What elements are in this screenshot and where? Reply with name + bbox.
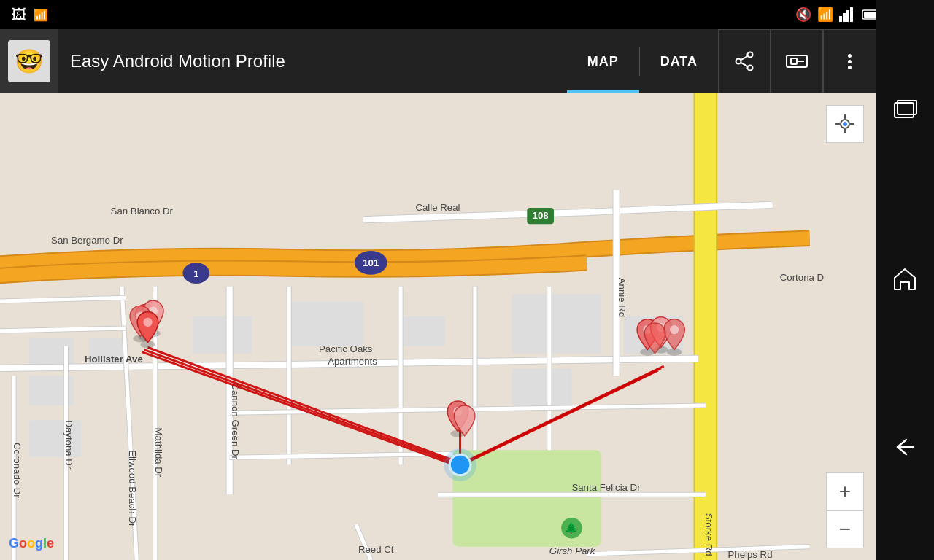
location-button[interactable] <box>826 105 864 143</box>
svg-point-10 <box>736 59 741 64</box>
google-logo: Google <box>9 536 54 551</box>
svg-point-71 <box>143 318 152 327</box>
map-container[interactable]: 101 1 108 San Blanco Dr San Bergamo Dr C… <box>0 93 876 560</box>
svg-point-9 <box>748 52 753 58</box>
app-title: Easy Android Motion Profile <box>58 51 567 71</box>
tab-data[interactable]: DATA <box>640 29 718 93</box>
svg-point-85 <box>843 122 847 126</box>
svg-line-13 <box>741 63 748 66</box>
svg-rect-2 <box>846 10 849 22</box>
app-actions <box>718 29 876 93</box>
signal-icon <box>839 7 857 22</box>
svg-text:Calle Real: Calle Real <box>415 202 460 213</box>
nav-bar <box>876 0 934 560</box>
status-bar-left: 🖼 📶 <box>12 7 48 23</box>
link-button[interactable] <box>771 29 823 93</box>
svg-rect-23 <box>193 316 252 354</box>
svg-text:Mathilda Dr: Mathilda Dr <box>153 428 164 478</box>
svg-text:Apartments: Apartments <box>328 356 377 367</box>
home-button[interactable] <box>892 266 918 295</box>
svg-point-63 <box>444 448 476 481</box>
recents-button[interactable] <box>892 100 918 125</box>
svg-text:San Blanco Dr: San Blanco Dr <box>111 206 174 217</box>
app: 🤓 Easy Android Motion Profile MAP DATA <box>0 29 876 560</box>
zoom-in-button[interactable]: + <box>826 472 864 510</box>
screen-icon: 🖼 <box>12 7 26 23</box>
svg-text:Santa Felicia Dr: Santa Felicia Dr <box>571 482 641 493</box>
svg-text:Hollister Ave: Hollister Ave <box>85 354 143 365</box>
svg-rect-24 <box>289 301 363 346</box>
svg-text:Annie Rd: Annie Rd <box>617 278 628 317</box>
svg-rect-0 <box>839 16 842 22</box>
svg-rect-28 <box>512 368 572 405</box>
zoom-out-button[interactable]: − <box>826 510 864 548</box>
svg-text:San Bergamo Dr: San Bergamo Dr <box>51 235 123 246</box>
svg-text:Cortona D: Cortona D <box>780 272 824 283</box>
app-header: 🤓 Easy Android Motion Profile MAP DATA <box>0 29 876 93</box>
share-button[interactable] <box>718 29 771 93</box>
map-controls: + − <box>826 472 864 548</box>
svg-point-79 <box>670 325 679 334</box>
svg-text:Coronado Dr: Coronado Dr <box>12 443 23 498</box>
more-button[interactable] <box>823 29 876 93</box>
svg-text:🌲: 🌲 <box>565 521 578 534</box>
mute-icon: 🔇 <box>795 7 811 23</box>
svg-text:Storke Rd: Storke Rd <box>703 513 714 556</box>
svg-point-11 <box>748 66 753 71</box>
svg-text:101: 101 <box>363 257 379 268</box>
svg-text:1: 1 <box>193 269 198 279</box>
app-logo: 🤓 <box>0 29 58 93</box>
svg-text:Cannon Green Dr: Cannon Green Dr <box>230 383 241 459</box>
wifi-icon: 📶 <box>817 7 833 23</box>
svg-text:Reed Ct: Reed Ct <box>358 544 394 555</box>
svg-rect-3 <box>850 7 853 22</box>
map-svg: 101 1 108 San Blanco Dr San Bergamo Dr C… <box>0 93 876 560</box>
phone-activity-icon: 📶 <box>34 8 48 22</box>
tab-map[interactable]: MAP <box>567 29 639 93</box>
svg-text:Phelps Rd: Phelps Rd <box>727 549 772 560</box>
svg-text:108: 108 <box>533 210 549 221</box>
app-avatar: 🤓 <box>8 40 50 82</box>
svg-rect-15 <box>791 58 797 64</box>
svg-rect-25 <box>401 316 445 346</box>
svg-text:Pacific Oaks: Pacific Oaks <box>319 343 373 354</box>
svg-text:Daytona Dr: Daytona Dr <box>63 420 74 470</box>
svg-rect-1 <box>843 13 846 22</box>
app-tabs: MAP DATA <box>567 29 718 93</box>
svg-text:Ellwood Beach Dr: Ellwood Beach Dr <box>127 450 138 527</box>
status-bar: 🖼 📶 🔇 📶 19:12 <box>0 0 934 29</box>
svg-rect-26 <box>512 294 601 354</box>
svg-line-12 <box>741 56 748 60</box>
svg-text:Girsh Park: Girsh Park <box>549 545 596 556</box>
back-button[interactable] <box>892 437 918 460</box>
